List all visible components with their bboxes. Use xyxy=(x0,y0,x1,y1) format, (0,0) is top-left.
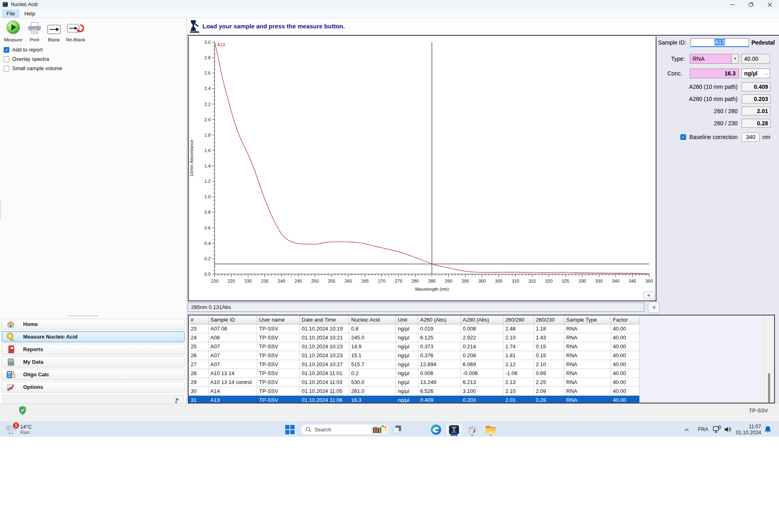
sidebar-item-options[interactable]: Options xyxy=(2,382,185,393)
sidebar-item-home[interactable]: Home xyxy=(2,319,185,330)
svg-text:0.6: 0.6 xyxy=(204,225,211,230)
column-header[interactable]: A260 (Abs) xyxy=(418,315,461,324)
table-scroll-thumb[interactable] xyxy=(768,373,770,403)
conc-field[interactable]: 16.3 xyxy=(690,69,739,78)
edge-taskbar-button[interactable] xyxy=(428,423,444,436)
pane-grip[interactable] xyxy=(0,201,1,219)
checkbox[interactable] xyxy=(4,56,9,62)
table-cell: A14 xyxy=(208,387,257,396)
titlebar: Nucleic Acid xyxy=(0,0,779,9)
column-header[interactable]: Nucleic Acid xyxy=(349,315,396,324)
table-cell: 01.10.2024 11:03 xyxy=(299,378,349,387)
conc-label: Conc. xyxy=(667,70,682,77)
column-header[interactable]: Factor xyxy=(611,315,639,324)
conc-unit-dropdown[interactable]: ng/µl ⌄ xyxy=(741,69,770,78)
svg-text:0.4: 0.4 xyxy=(204,241,211,246)
column-header[interactable]: 260/230 xyxy=(534,315,564,324)
svg-text:315: 315 xyxy=(528,279,536,283)
table-row[interactable]: 30A14TP-SSV01.10.2024 11:05261.0ng/µl6.5… xyxy=(189,387,639,396)
weather-rain-icon: 1 xyxy=(5,423,18,436)
metric-label: 260 / 230 xyxy=(613,120,742,127)
splitter-handle[interactable] xyxy=(69,315,98,316)
table-row[interactable]: 23A07 08TP-SSV01.10.2024 10:190.8ng/µl0.… xyxy=(189,324,639,333)
taskbar-search[interactable]: Search xyxy=(301,424,389,435)
tray-clock[interactable]: 11:07 01.10.2024 xyxy=(734,424,761,435)
table-row[interactable]: 27A07TP-SSV01.10.2024 10:27515.7ng/µl12.… xyxy=(189,360,639,369)
column-header[interactable]: Sample ID xyxy=(208,315,257,324)
nanodrop-app-taskbar-button[interactable] xyxy=(446,423,462,436)
type-dropdown[interactable]: RNA ▼ xyxy=(690,54,739,64)
table-cell: 40.00 xyxy=(611,333,639,342)
tray-overflow-chevron-icon[interactable] xyxy=(684,427,689,434)
close-button[interactable] xyxy=(760,0,779,9)
tray-language[interactable]: FRA xyxy=(698,426,708,432)
expand-table-button[interactable]: « xyxy=(648,302,659,313)
print-button[interactable]: Print xyxy=(25,20,44,43)
sidebar-item-label: My Data xyxy=(23,359,43,365)
blank-button[interactable]: Blank xyxy=(44,23,64,43)
table-cell: 01.10.2024 11:06 xyxy=(299,396,349,404)
type-dropdown-arrow-icon[interactable]: ▼ xyxy=(732,54,738,63)
table-cell: 16.3 xyxy=(349,396,396,404)
column-header[interactable]: Date and Time xyxy=(299,315,349,324)
re-blank-button[interactable]: Re-Blank xyxy=(64,22,88,43)
table-row[interactable]: 25A07TP-SSV01.10.2024 10:2314.9ng/µl0.37… xyxy=(189,342,639,351)
metric-row-260-230: 260 / 2300.28 xyxy=(613,119,770,128)
svg-text:250: 250 xyxy=(311,279,318,283)
spectrum-chart: 0.00.20.40.60.81.01.21.41.61.82.02.22.42… xyxy=(188,36,656,301)
file-explorer-taskbar-button[interactable] xyxy=(482,423,499,436)
table-cell: RNA xyxy=(564,360,611,369)
start-button[interactable] xyxy=(285,425,295,436)
column-header[interactable]: 260/280 xyxy=(503,315,534,324)
taskbar-apps xyxy=(428,423,499,436)
table-cell: A07 08 xyxy=(208,324,257,333)
table-cell: TP-SSV xyxy=(257,351,299,360)
sidebar-item-my-data[interactable]: My Data xyxy=(2,356,185,367)
menu-file[interactable]: File xyxy=(2,10,19,17)
taskbar-weather-widget[interactable]: 1 14°C Rain xyxy=(5,423,32,436)
sidebar-item-reports[interactable]: Reports xyxy=(2,344,185,355)
notification-bell-icon[interactable] xyxy=(764,426,771,435)
search-highlight-image[interactable] xyxy=(371,425,387,434)
column-header[interactable]: Sample Type xyxy=(564,315,611,324)
sidebar-item-measure-nucleic-acid[interactable]: Measure Nucleic Acid xyxy=(2,331,185,342)
sidebar-item-oligo-calc[interactable]: Oligo Calc xyxy=(2,369,185,380)
table-scrollbar[interactable] xyxy=(764,315,774,403)
table-cell: 2.01 xyxy=(503,396,534,404)
chart-collapse-button[interactable]: « xyxy=(643,292,654,299)
network-icon[interactable] xyxy=(712,425,721,435)
table-row[interactable]: 24A08TP-SSV01.10.2024 10:21245.0ng/µl6.1… xyxy=(189,333,639,342)
toolbar-button-label: Print xyxy=(30,37,39,42)
table-row[interactable]: 31A13TP-SSV01.10.2024 11:0616.3ng/µl0.40… xyxy=(189,396,639,404)
minimize-button[interactable] xyxy=(723,0,742,9)
table-cell: 0.006 xyxy=(418,369,461,378)
table-row[interactable]: 26A07TP-SSV01.10.2024 10:2315.1ng/µl0.37… xyxy=(189,351,639,360)
measure-button[interactable]: Measure xyxy=(2,19,25,43)
table-row[interactable]: 29A10 13 14 controlTP-SSV01.10.2024 11:0… xyxy=(189,378,639,387)
baseline-correction-checkbox[interactable]: ✓ xyxy=(680,134,686,140)
table-cell: 2.10 xyxy=(534,360,564,369)
task-view-button[interactable] xyxy=(392,425,402,436)
table-cell: 2.25 xyxy=(534,378,564,387)
column-header[interactable]: # xyxy=(189,315,208,324)
baseline-wavelength-input[interactable]: 340 xyxy=(742,133,760,142)
svg-text:270: 270 xyxy=(378,279,385,283)
volume-icon[interactable] xyxy=(724,426,732,435)
column-header[interactable]: A280 (Abs) xyxy=(461,315,503,324)
baseline-row: ✓ Baseline correction 340 nm xyxy=(613,133,770,142)
table-cell: ng/µl xyxy=(396,342,418,351)
sidebar-nav: HomeMeasure Nucleic AcidReportsMy DataOl… xyxy=(1,317,185,405)
table-row[interactable]: 28A10 13 14TP-SSV01.10.2024 11:010.2ng/µ… xyxy=(189,369,639,378)
desktop: Nucleic Acid FileHelp MeasurePrintBlankR… xyxy=(0,0,779,532)
sample-id-input[interactable]: A13 xyxy=(691,38,749,47)
checkbox[interactable] xyxy=(4,66,9,71)
chart-canvas[interactable]: 0.00.20.40.60.81.01.21.41.61.82.02.22.42… xyxy=(189,36,656,300)
menu-help[interactable]: Help xyxy=(20,10,39,17)
checkbox[interactable]: ✓ xyxy=(4,47,9,53)
metric-value: 0.203 xyxy=(742,94,770,103)
table-cell: 1.18 xyxy=(534,324,564,333)
restore-button[interactable] xyxy=(742,0,760,9)
column-header[interactable]: Unit xyxy=(396,315,418,324)
paint-taskbar-button[interactable] xyxy=(464,423,480,436)
column-header[interactable]: User name xyxy=(257,315,299,324)
